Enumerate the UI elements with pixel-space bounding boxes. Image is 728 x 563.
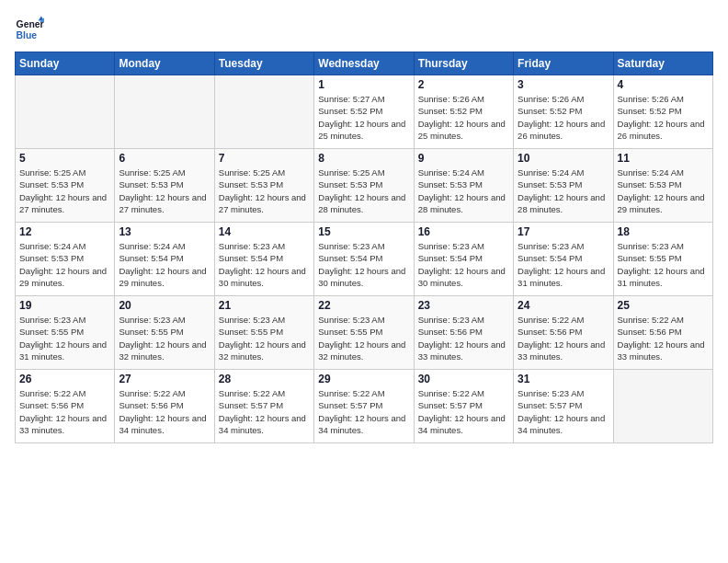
day-number: 27 <box>119 373 210 385</box>
col-header-tuesday: Tuesday <box>214 52 313 75</box>
page-header: General Blue <box>15 15 713 44</box>
day-cell: 18 Sunrise: 5:23 AM Sunset: 5:55 PM Dayl… <box>613 223 712 296</box>
day-info: Sunrise: 5:24 AM Sunset: 5:53 PM Dayligh… <box>19 240 110 289</box>
day-info: Sunrise: 5:23 AM Sunset: 5:55 PM Dayligh… <box>19 314 110 362</box>
day-number: 18 <box>618 225 709 238</box>
day-number: 14 <box>219 225 310 238</box>
day-number: 31 <box>518 373 609 385</box>
day-info: Sunrise: 5:26 AM Sunset: 5:52 PM Dayligh… <box>418 93 509 142</box>
day-number: 19 <box>19 299 110 312</box>
day-cell: 11 Sunrise: 5:24 AM Sunset: 5:53 PM Dayl… <box>613 149 712 223</box>
day-info: Sunrise: 5:22 AM Sunset: 5:56 PM Dayligh… <box>119 387 210 436</box>
day-number: 10 <box>518 152 609 165</box>
day-info: Sunrise: 5:23 AM Sunset: 5:57 PM Dayligh… <box>518 387 609 436</box>
day-number: 12 <box>19 225 110 238</box>
day-info: Sunrise: 5:22 AM Sunset: 5:56 PM Dayligh… <box>618 314 709 362</box>
day-cell: 10 Sunrise: 5:24 AM Sunset: 5:53 PM Dayl… <box>514 149 613 223</box>
col-header-sunday: Sunday <box>16 52 115 75</box>
day-number: 4 <box>618 78 709 91</box>
day-number: 1 <box>318 78 409 91</box>
day-number: 20 <box>119 299 210 312</box>
day-cell <box>115 75 214 149</box>
logo: General Blue <box>15 15 44 44</box>
day-number: 16 <box>418 225 509 238</box>
day-cell: 15 Sunrise: 5:23 AM Sunset: 5:54 PM Dayl… <box>314 223 414 296</box>
calendar-table: SundayMondayTuesdayWednesdayThursdayFrid… <box>15 52 713 443</box>
day-info: Sunrise: 5:22 AM Sunset: 5:57 PM Dayligh… <box>318 387 409 436</box>
day-number: 17 <box>518 225 609 238</box>
day-cell: 8 Sunrise: 5:25 AM Sunset: 5:53 PM Dayli… <box>314 149 414 223</box>
day-info: Sunrise: 5:22 AM Sunset: 5:57 PM Dayligh… <box>219 387 310 436</box>
day-info: Sunrise: 5:25 AM Sunset: 5:53 PM Dayligh… <box>219 167 310 215</box>
day-cell <box>16 75 115 149</box>
day-cell: 16 Sunrise: 5:23 AM Sunset: 5:54 PM Dayl… <box>414 223 513 296</box>
day-cell: 25 Sunrise: 5:22 AM Sunset: 5:56 PM Dayl… <box>613 296 712 370</box>
day-info: Sunrise: 5:23 AM Sunset: 5:56 PM Dayligh… <box>418 314 509 362</box>
header-row: SundayMondayTuesdayWednesdayThursdayFrid… <box>16 52 713 75</box>
day-number: 8 <box>318 152 409 165</box>
day-info: Sunrise: 5:22 AM Sunset: 5:57 PM Dayligh… <box>418 387 509 436</box>
day-number: 24 <box>518 299 609 312</box>
day-cell: 2 Sunrise: 5:26 AM Sunset: 5:52 PM Dayli… <box>414 75 513 149</box>
day-cell: 28 Sunrise: 5:22 AM Sunset: 5:57 PM Dayl… <box>214 370 313 443</box>
day-cell: 1 Sunrise: 5:27 AM Sunset: 5:52 PM Dayli… <box>314 75 414 149</box>
week-row-3: 12 Sunrise: 5:24 AM Sunset: 5:53 PM Dayl… <box>16 223 713 296</box>
day-cell: 9 Sunrise: 5:24 AM Sunset: 5:53 PM Dayli… <box>414 149 513 223</box>
day-cell: 24 Sunrise: 5:22 AM Sunset: 5:56 PM Dayl… <box>514 296 613 370</box>
day-cell: 30 Sunrise: 5:22 AM Sunset: 5:57 PM Dayl… <box>414 370 513 443</box>
col-header-thursday: Thursday <box>414 52 513 75</box>
week-row-4: 19 Sunrise: 5:23 AM Sunset: 5:55 PM Dayl… <box>16 296 713 370</box>
logo-icon: General Blue <box>15 15 44 44</box>
day-info: Sunrise: 5:23 AM Sunset: 5:55 PM Dayligh… <box>318 314 409 362</box>
day-cell: 23 Sunrise: 5:23 AM Sunset: 5:56 PM Dayl… <box>414 296 513 370</box>
day-number: 15 <box>318 225 409 238</box>
col-header-friday: Friday <box>514 52 613 75</box>
day-cell: 13 Sunrise: 5:24 AM Sunset: 5:54 PM Dayl… <box>115 223 214 296</box>
svg-text:Blue: Blue <box>17 30 38 40</box>
day-cell: 4 Sunrise: 5:26 AM Sunset: 5:52 PM Dayli… <box>613 75 712 149</box>
day-info: Sunrise: 5:25 AM Sunset: 5:53 PM Dayligh… <box>318 167 409 215</box>
day-cell: 3 Sunrise: 5:26 AM Sunset: 5:52 PM Dayli… <box>514 75 613 149</box>
day-info: Sunrise: 5:23 AM Sunset: 5:55 PM Dayligh… <box>119 314 210 362</box>
day-cell: 6 Sunrise: 5:25 AM Sunset: 5:53 PM Dayli… <box>115 149 214 223</box>
day-cell: 22 Sunrise: 5:23 AM Sunset: 5:55 PM Dayl… <box>314 296 414 370</box>
day-info: Sunrise: 5:26 AM Sunset: 5:52 PM Dayligh… <box>518 93 609 142</box>
day-info: Sunrise: 5:23 AM Sunset: 5:54 PM Dayligh… <box>219 240 310 289</box>
day-info: Sunrise: 5:24 AM Sunset: 5:53 PM Dayligh… <box>418 167 509 215</box>
day-number: 26 <box>19 373 110 385</box>
day-number: 21 <box>219 299 310 312</box>
day-info: Sunrise: 5:23 AM Sunset: 5:55 PM Dayligh… <box>618 240 709 289</box>
day-cell: 27 Sunrise: 5:22 AM Sunset: 5:56 PM Dayl… <box>115 370 214 443</box>
day-info: Sunrise: 5:23 AM Sunset: 5:54 PM Dayligh… <box>418 240 509 289</box>
day-number: 23 <box>418 299 509 312</box>
day-info: Sunrise: 5:23 AM Sunset: 5:54 PM Dayligh… <box>318 240 409 289</box>
day-cell: 26 Sunrise: 5:22 AM Sunset: 5:56 PM Dayl… <box>16 370 115 443</box>
col-header-monday: Monday <box>115 52 214 75</box>
col-header-wednesday: Wednesday <box>314 52 414 75</box>
day-number: 30 <box>418 373 509 385</box>
day-number: 5 <box>19 152 110 165</box>
day-number: 29 <box>318 373 409 385</box>
day-info: Sunrise: 5:23 AM Sunset: 5:55 PM Dayligh… <box>219 314 310 362</box>
day-number: 28 <box>219 373 310 385</box>
day-cell: 20 Sunrise: 5:23 AM Sunset: 5:55 PM Dayl… <box>115 296 214 370</box>
day-cell: 12 Sunrise: 5:24 AM Sunset: 5:53 PM Dayl… <box>16 223 115 296</box>
day-cell: 21 Sunrise: 5:23 AM Sunset: 5:55 PM Dayl… <box>214 296 313 370</box>
day-info: Sunrise: 5:27 AM Sunset: 5:52 PM Dayligh… <box>318 93 409 142</box>
day-cell: 19 Sunrise: 5:23 AM Sunset: 5:55 PM Dayl… <box>16 296 115 370</box>
day-info: Sunrise: 5:24 AM Sunset: 5:53 PM Dayligh… <box>518 167 609 215</box>
day-cell <box>613 370 712 443</box>
day-number: 22 <box>318 299 409 312</box>
day-info: Sunrise: 5:24 AM Sunset: 5:53 PM Dayligh… <box>618 167 709 215</box>
day-number: 25 <box>618 299 709 312</box>
day-number: 13 <box>119 225 210 238</box>
day-cell <box>214 75 313 149</box>
day-cell: 17 Sunrise: 5:23 AM Sunset: 5:54 PM Dayl… <box>514 223 613 296</box>
day-cell: 29 Sunrise: 5:22 AM Sunset: 5:57 PM Dayl… <box>314 370 414 443</box>
day-number: 6 <box>119 152 210 165</box>
day-info: Sunrise: 5:26 AM Sunset: 5:52 PM Dayligh… <box>618 93 709 142</box>
week-row-1: 1 Sunrise: 5:27 AM Sunset: 5:52 PM Dayli… <box>16 75 713 149</box>
day-info: Sunrise: 5:22 AM Sunset: 5:56 PM Dayligh… <box>518 314 609 362</box>
col-header-saturday: Saturday <box>613 52 712 75</box>
week-row-2: 5 Sunrise: 5:25 AM Sunset: 5:53 PM Dayli… <box>16 149 713 223</box>
